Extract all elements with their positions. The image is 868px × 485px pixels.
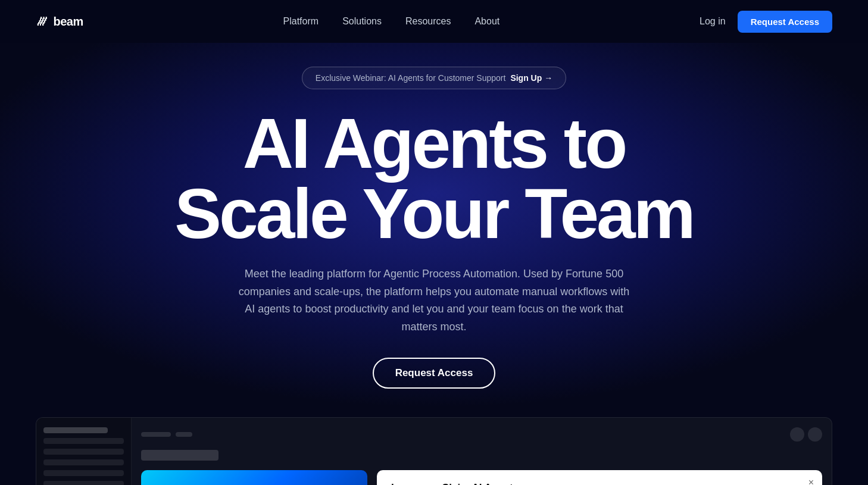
top-bar-pill-1 bbox=[141, 432, 171, 437]
dashboard-subtitle-bar bbox=[141, 450, 218, 461]
nav-actions: Log in Request Access bbox=[700, 11, 832, 33]
login-button[interactable]: Log in bbox=[700, 16, 726, 27]
top-bar-circle-1 bbox=[790, 427, 804, 442]
request-access-nav-button[interactable]: Request Access bbox=[738, 11, 832, 33]
nav-link-resources[interactable]: Resources bbox=[405, 16, 451, 26]
sidebar-item-6 bbox=[43, 481, 124, 485]
nav-link-solutions[interactable]: Solutions bbox=[342, 16, 382, 26]
hero-subtitle: Meet the leading platform for Agentic Pr… bbox=[238, 265, 630, 336]
sidebar-item-2 bbox=[43, 438, 124, 444]
dashboard-preview: × Insurance Claim AI Agent The agent ext… bbox=[36, 417, 832, 485]
hero-title: AI Agents to Scale Your Team bbox=[174, 108, 693, 249]
sidebar-item-5 bbox=[43, 470, 124, 476]
dashboard-top-bar-right bbox=[790, 427, 822, 442]
navbar: ⫻ beam Platform Solutions Resources Abou… bbox=[0, 0, 868, 43]
sidebar-item-3 bbox=[43, 449, 124, 455]
dashboard-top-bar bbox=[141, 427, 822, 442]
dashboard-card-area: × Insurance Claim AI Agent The agent ext… bbox=[141, 470, 822, 485]
request-access-hero-button[interactable]: Request Access bbox=[373, 358, 496, 389]
hero-title-line2: Scale Your Team bbox=[174, 174, 693, 253]
dashboard-top-bar-left bbox=[141, 432, 192, 437]
logo-text: beam bbox=[54, 15, 83, 29]
sidebar-item-4 bbox=[43, 459, 124, 465]
dashboard-main: × Insurance Claim AI Agent The agent ext… bbox=[132, 418, 832, 485]
top-bar-circle-2 bbox=[808, 427, 822, 442]
dashboard-popup-card: × Insurance Claim AI Agent The agent ext… bbox=[377, 470, 822, 485]
sidebar-item-1 bbox=[43, 427, 108, 433]
dashboard-image-card bbox=[141, 470, 367, 485]
popup-title: Insurance Claim AI Agent bbox=[391, 482, 808, 485]
logo[interactable]: ⫻ beam bbox=[36, 14, 83, 29]
hero-section: Exclusive Webinar: AI Agents for Custome… bbox=[0, 43, 868, 485]
top-bar-pill-2 bbox=[176, 432, 192, 437]
webinar-banner[interactable]: Exclusive Webinar: AI Agents for Custome… bbox=[302, 67, 566, 89]
webinar-signup-link[interactable]: Sign Up → bbox=[510, 73, 552, 83]
nav-link-about[interactable]: About bbox=[474, 16, 499, 26]
webinar-banner-text: Exclusive Webinar: AI Agents for Custome… bbox=[316, 73, 506, 83]
nav-links: Platform Solutions Resources About bbox=[283, 16, 500, 27]
hero-title-line1: AI Agents to bbox=[243, 104, 625, 183]
dashboard-inner: × Insurance Claim AI Agent The agent ext… bbox=[36, 418, 832, 485]
popup-close-button[interactable]: × bbox=[808, 477, 814, 485]
dashboard-sidebar bbox=[36, 418, 132, 485]
nav-link-platform[interactable]: Platform bbox=[283, 16, 319, 26]
logo-icon: ⫻ bbox=[36, 14, 49, 29]
